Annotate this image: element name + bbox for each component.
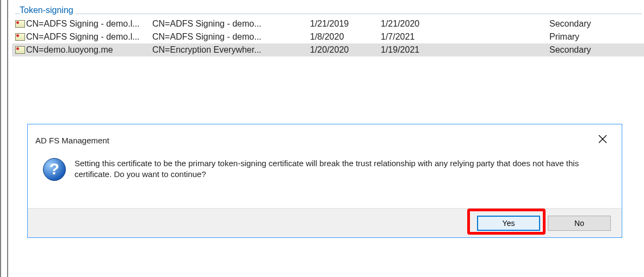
status-cell: Secondary: [549, 19, 644, 29]
status-cell: Secondary: [549, 45, 644, 55]
dialog-button-row: Yes No: [28, 208, 622, 237]
no-button[interactable]: No: [548, 216, 611, 231]
certificate-icon: [15, 46, 25, 54]
expiration-date-cell: 1/19/2021: [381, 45, 549, 55]
confirmation-dialog: AD FS Management ? Setting this certific…: [27, 124, 622, 238]
expiration-date-cell: 1/7/2021: [381, 32, 549, 42]
effective-date-cell: 1/21/2019: [310, 19, 381, 29]
group-label: Token-signing: [20, 5, 76, 15]
issuer-cell: CN=Encryption Everywher...: [152, 45, 310, 55]
table-row[interactable]: CN=ADFS Signing - demo.l... CN=ADFS Sign…: [12, 30, 644, 43]
certificate-icon: [15, 20, 25, 28]
dialog-title: AD FS Management: [35, 136, 109, 145]
subject-cell: CN=demo.luoyong.me: [26, 45, 113, 55]
subject-cell: CN=ADFS Signing - demo.l...: [26, 19, 140, 29]
close-button[interactable]: [591, 133, 614, 148]
subject-cell: CN=ADFS Signing - demo.l...: [26, 32, 140, 42]
issuer-cell: CN=ADFS Signing - demo...: [152, 19, 310, 29]
question-icon: ?: [43, 158, 66, 181]
status-cell: Primary: [549, 32, 644, 42]
table-row[interactable]: CN=demo.luoyong.me CN=Encryption Everywh…: [12, 43, 644, 56]
expiration-date-cell: 1/21/2020: [381, 19, 549, 29]
yes-button[interactable]: Yes: [477, 216, 540, 231]
effective-date-cell: 1/20/2020: [310, 45, 381, 55]
table-row[interactable]: CN=ADFS Signing - demo.l... CN=ADFS Sign…: [12, 17, 644, 30]
effective-date-cell: 1/8/2020: [310, 32, 381, 42]
certificate-list: CN=ADFS Signing - demo.l... CN=ADFS Sign…: [12, 17, 644, 56]
dialog-message: Setting this certificate to be the prima…: [75, 158, 611, 181]
close-icon: [598, 135, 607, 143]
certificate-icon: [15, 33, 25, 41]
issuer-cell: CN=ADFS Signing - demo...: [152, 32, 310, 42]
group-header: Token-signing: [12, 2, 644, 17]
